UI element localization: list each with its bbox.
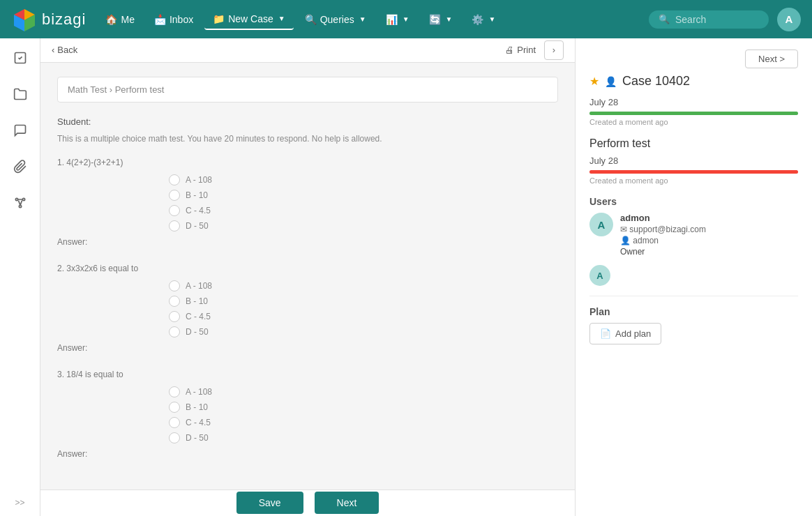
nav-new-case[interactable]: 📁 New Case ▼ bbox=[204, 9, 294, 30]
question-2: 2. 3x3x2x6 is equal to A - 108 B - 10 bbox=[57, 264, 558, 353]
home-icon: 🏠 bbox=[105, 14, 117, 25]
user-name: admon bbox=[620, 213, 706, 223]
svg-point-7 bbox=[22, 198, 24, 200]
question-3-option-a[interactable]: A - 108 bbox=[169, 386, 558, 397]
add-plan-button[interactable]: 📄 Add plan bbox=[589, 323, 661, 344]
question-1-option-c[interactable]: C - 4.5 bbox=[169, 205, 558, 216]
user-icon: 👤 bbox=[620, 236, 631, 245]
chevron-down-icon: ▼ bbox=[488, 15, 495, 23]
user-username: 👤 admon bbox=[620, 236, 706, 245]
radio-button[interactable] bbox=[169, 296, 180, 307]
user-avatar: A bbox=[589, 213, 613, 236]
radio-button[interactable] bbox=[169, 311, 180, 322]
chevron-left-icon: ‹ bbox=[52, 45, 54, 55]
question-2-option-b[interactable]: B - 10 bbox=[169, 296, 558, 307]
top-navigation: bizagi 🏠 Me 📩 Inbox 📁 New Case ▼ 🔍 Queri… bbox=[0, 0, 812, 38]
question-1-option-b[interactable]: B - 10 bbox=[169, 190, 558, 201]
nav-settings[interactable]: ⚙️ ▼ bbox=[463, 10, 504, 29]
svg-point-8 bbox=[19, 205, 21, 207]
search-icon: 🔍 bbox=[659, 14, 670, 24]
question-1: 1. 4(2+2)-(3+2+1) A - 108 B - 10 bbox=[57, 158, 558, 247]
back-button[interactable]: ‹ Back bbox=[52, 45, 77, 55]
question-2-text: 2. 3x3x2x6 is equal to bbox=[57, 264, 558, 273]
print-icon: 🖨 bbox=[505, 45, 514, 55]
question-3-text: 3. 18/4 is equal to bbox=[57, 370, 558, 379]
question-2-options: A - 108 B - 10 C - 4.5 bbox=[57, 280, 558, 337]
perform-test-title: Perform test bbox=[589, 137, 798, 150]
next-small-button[interactable]: Next > bbox=[745, 50, 798, 68]
next-button[interactable]: Next bbox=[315, 492, 379, 514]
question-3-option-b[interactable]: B - 10 bbox=[169, 402, 558, 413]
plan-section-title: Plan bbox=[589, 306, 798, 317]
form-top-bar: ‹ Back 🖨 Print › bbox=[40, 38, 575, 63]
sidebar-item-attachments[interactable] bbox=[9, 155, 31, 178]
sidebar-item-folders[interactable] bbox=[9, 83, 31, 105]
avatar[interactable]: A bbox=[777, 8, 801, 31]
person-icon: 👤 bbox=[605, 76, 617, 87]
created-text-1: Created a moment ago bbox=[589, 118, 798, 126]
nav-me[interactable]: 🏠 Me bbox=[97, 10, 142, 29]
radio-button[interactable] bbox=[169, 417, 180, 428]
question-1-answer-label: Answer: bbox=[57, 237, 558, 247]
top-bar-right: 🖨 Print › bbox=[505, 40, 564, 60]
radio-button[interactable] bbox=[169, 174, 180, 185]
form-panel: ‹ Back 🖨 Print › bbox=[40, 38, 575, 516]
nav-queries[interactable]: 🔍 Queries ▼ bbox=[296, 10, 375, 29]
search-box[interactable]: 🔍 bbox=[649, 10, 769, 29]
case-title: Case 10402 bbox=[622, 74, 690, 89]
progress-bar-2 bbox=[589, 170, 798, 174]
user-role: Owner bbox=[620, 247, 706, 257]
progress-bar-1 bbox=[589, 112, 798, 115]
question-2-option-c[interactable]: C - 4.5 bbox=[169, 311, 558, 322]
radio-button[interactable] bbox=[169, 402, 180, 413]
radio-button[interactable] bbox=[169, 280, 180, 291]
question-3: 3. 18/4 is equal to A - 108 B - 10 bbox=[57, 370, 558, 459]
nav-inbox[interactable]: 📩 Inbox bbox=[146, 10, 202, 29]
question-2-option-d[interactable]: D - 50 bbox=[169, 326, 558, 337]
radio-button[interactable] bbox=[169, 220, 180, 232]
breadcrumb: Math Test › Perform test bbox=[57, 77, 558, 103]
sidebar-item-tasks[interactable] bbox=[9, 47, 31, 69]
save-button[interactable]: Save bbox=[236, 492, 303, 514]
question-3-option-d[interactable]: D - 50 bbox=[169, 432, 558, 443]
question-1-option-a[interactable]: A - 108 bbox=[169, 174, 558, 185]
new-case-icon: 📁 bbox=[213, 13, 225, 24]
gear-icon: ⚙️ bbox=[472, 14, 483, 25]
question-1-text: 1. 4(2+2)-(3+2+1) bbox=[57, 158, 558, 167]
chevron-down-icon: ▼ bbox=[403, 15, 409, 23]
print-button[interactable]: 🖨 Print bbox=[505, 45, 536, 55]
star-icon[interactable]: ★ bbox=[589, 75, 599, 88]
radio-button[interactable] bbox=[169, 432, 180, 443]
nav-analytics[interactable]: 📊 ▼ bbox=[377, 10, 418, 29]
user-avatar-2: A bbox=[589, 265, 610, 286]
question-2-answer-label: Answer: bbox=[57, 343, 558, 353]
question-3-answer-label: Answer: bbox=[57, 449, 558, 459]
progress-fill-1 bbox=[589, 112, 798, 115]
student-label: Student: bbox=[57, 116, 558, 127]
logo-text: bizagi bbox=[42, 10, 86, 29]
created-text-2: Created a moment ago bbox=[589, 176, 798, 185]
radio-button[interactable] bbox=[169, 190, 180, 201]
question-3-option-c[interactable]: C - 4.5 bbox=[169, 417, 558, 428]
question-1-options: A - 108 B - 10 C - 4.5 bbox=[57, 174, 558, 232]
sidebar-expand-button[interactable]: >> bbox=[15, 498, 24, 508]
question-2-option-a[interactable]: A - 108 bbox=[169, 280, 558, 291]
queries-icon: 🔍 bbox=[305, 14, 317, 25]
case-header: ★ 👤 Case 10402 bbox=[589, 74, 798, 89]
collapse-panel-button[interactable]: › bbox=[544, 40, 564, 60]
radio-button[interactable] bbox=[169, 326, 180, 337]
sidebar-item-chat[interactable] bbox=[9, 119, 31, 142]
users-section-title: Users bbox=[589, 196, 798, 207]
radio-button[interactable] bbox=[169, 386, 180, 397]
chevron-right-icon: › bbox=[552, 45, 555, 55]
bottom-action-bar: Save Next bbox=[40, 490, 575, 516]
sidebar-item-process[interactable] bbox=[9, 192, 31, 214]
nav-automation[interactable]: 🔄 ▼ bbox=[421, 10, 461, 29]
logo[interactable]: bizagi bbox=[11, 6, 86, 33]
question-1-option-d[interactable]: D - 50 bbox=[169, 220, 558, 232]
radio-button[interactable] bbox=[169, 205, 180, 216]
search-input[interactable] bbox=[675, 14, 759, 25]
inbox-icon: 📩 bbox=[154, 14, 166, 25]
right-panel: Next > ★ 👤 Case 10402 July 28 Created a … bbox=[575, 38, 812, 516]
instruction-text: This is a multiple choice math test. You… bbox=[57, 134, 558, 144]
